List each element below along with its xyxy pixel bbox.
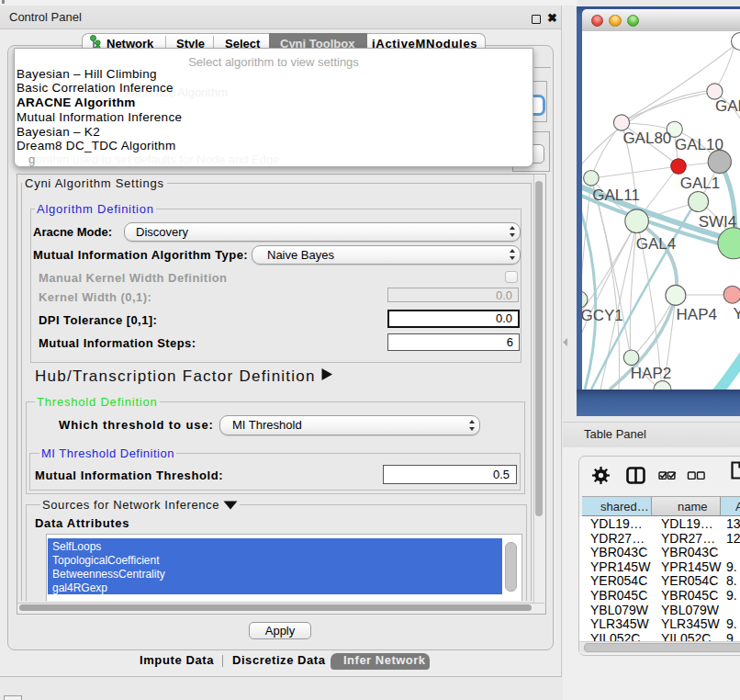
svg-text:GAL10: GAL10	[675, 136, 723, 153]
svg-text:GAL11: GAL11	[592, 186, 640, 204]
svg-text:GAL1: GAL1	[680, 175, 720, 192]
svg-text:GCY1: GCY1	[582, 307, 623, 324]
svg-text:GAL80: GAL80	[622, 130, 671, 147]
svg-text:HAP2: HAP2	[631, 365, 671, 382]
svg-text:YJ: YJ	[734, 305, 740, 322]
svg-text:GAL4: GAL4	[636, 235, 676, 253]
svg-text:SWI4: SWI4	[699, 213, 737, 231]
svg-text:HAP4: HAP4	[677, 306, 717, 323]
svg-text:GAL8: GAL8	[715, 97, 740, 115]
